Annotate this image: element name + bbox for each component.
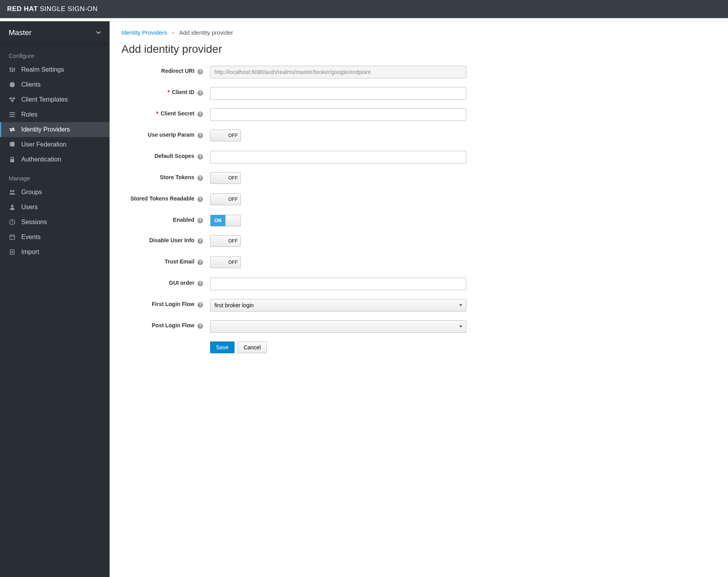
breadcrumb: Identity Providers » Add identity provid… <box>121 29 716 36</box>
list-icon <box>9 111 16 118</box>
sidebar-item-authentication[interactable]: Authentication <box>0 152 110 167</box>
label-client-secret: * Client Secret ? <box>121 108 210 117</box>
sidebar-item-label: Roles <box>21 111 37 118</box>
svg-point-11 <box>10 190 12 192</box>
gui-order-input[interactable] <box>210 278 466 290</box>
sidebar-item-roles[interactable]: Roles <box>0 107 110 122</box>
label-client-id: * Client ID ? <box>121 87 210 96</box>
label-store-tokens: Store Tokens ? <box>121 172 210 181</box>
enabled-toggle[interactable]: ON <box>210 215 241 226</box>
users-icon <box>9 189 16 196</box>
help-icon[interactable]: ? <box>197 281 203 286</box>
nav-section-manage: Manage <box>0 167 110 185</box>
store-tokens-toggle[interactable]: OFF <box>210 172 241 184</box>
database-icon <box>9 141 16 148</box>
svg-point-13 <box>11 205 13 207</box>
svg-rect-8 <box>9 116 15 117</box>
sidebar-item-label: Sessions <box>21 219 47 226</box>
cancel-button[interactable]: Cancel <box>238 341 267 353</box>
calendar-icon <box>9 234 16 241</box>
sidebar-item-client-templates[interactable]: Client Templates <box>0 92 110 107</box>
svg-rect-7 <box>9 114 15 115</box>
disable-user-info-toggle[interactable]: OFF <box>210 235 241 247</box>
sidebar-item-users[interactable]: Users <box>0 200 110 215</box>
help-icon[interactable]: ? <box>197 302 203 308</box>
svg-point-5 <box>13 69 15 70</box>
default-scopes-input[interactable] <box>210 151 466 163</box>
realm-selector[interactable]: Master <box>0 21 110 45</box>
sidebar-item-clients[interactable]: Clients <box>0 77 110 92</box>
brand-thin: SINGLE SIGN-ON <box>40 5 98 13</box>
sidebar-item-label: Identity Providers <box>21 126 70 133</box>
sidebar-item-sessions[interactable]: Sessions <box>0 215 110 230</box>
svg-rect-15 <box>10 235 15 239</box>
sidebar-item-label: Realm Settings <box>21 66 64 73</box>
exchange-icon <box>9 126 16 133</box>
client-secret-input[interactable] <box>210 108 466 121</box>
label-default-scopes: Default Scopes ? <box>121 151 210 160</box>
sidebar: Master Configure Realm Settings Clients … <box>0 21 110 577</box>
help-icon[interactable]: ? <box>197 197 203 202</box>
svg-point-4 <box>11 70 13 72</box>
client-id-input[interactable] <box>210 87 466 100</box>
save-button[interactable]: Save <box>210 341 235 353</box>
sidebar-item-label: Import <box>21 249 39 256</box>
label-trust-email: Trust Email ? <box>121 256 210 265</box>
post-login-flow-select[interactable] <box>210 320 466 333</box>
sidebar-item-events[interactable]: Events <box>0 230 110 245</box>
help-icon[interactable]: ? <box>197 90 203 96</box>
import-icon <box>9 249 16 256</box>
user-icon <box>9 204 16 211</box>
help-icon[interactable]: ? <box>197 323 203 329</box>
label-gui-order: GUI order ? <box>121 278 210 286</box>
svg-point-12 <box>13 190 15 192</box>
help-icon[interactable]: ? <box>197 175 203 181</box>
brand-bold: RED HAT <box>7 5 38 13</box>
sidebar-item-import[interactable]: Import <box>0 245 110 260</box>
help-icon[interactable]: ? <box>197 111 203 117</box>
lock-icon <box>9 156 16 163</box>
use-userip-toggle[interactable]: OFF <box>210 130 241 141</box>
sidebar-item-label: Groups <box>21 189 42 196</box>
label-use-userip: Use userIp Param ? <box>121 130 210 138</box>
cubes-icon <box>9 96 16 103</box>
stored-tokens-readable-toggle[interactable]: OFF <box>210 193 241 205</box>
cube-icon <box>9 81 16 88</box>
breadcrumb-current: Add identity provider <box>179 29 233 36</box>
svg-point-3 <box>9 68 11 69</box>
label-stored-tokens-readable: Stored Tokens Readable ? <box>121 193 210 202</box>
breadcrumb-parent[interactable]: Identity Providers <box>121 29 167 36</box>
sidebar-item-groups[interactable]: Groups <box>0 185 110 200</box>
chevron-down-icon <box>96 30 101 35</box>
help-icon[interactable]: ? <box>197 154 203 160</box>
label-redirect-uri: Redirect URI ? <box>121 66 210 74</box>
sidebar-item-realm-settings[interactable]: Realm Settings <box>0 62 110 77</box>
sidebar-item-label: Clients <box>21 81 41 88</box>
svg-rect-10 <box>10 159 14 162</box>
label-first-login-flow: First Login Flow ? <box>121 299 210 308</box>
help-icon[interactable]: ? <box>197 260 203 265</box>
sidebar-item-label: Events <box>21 234 41 241</box>
help-icon[interactable]: ? <box>197 69 203 74</box>
trust-email-toggle[interactable]: OFF <box>210 256 241 268</box>
redirect-uri-input[interactable] <box>210 66 466 78</box>
help-icon[interactable]: ? <box>197 238 203 244</box>
main-content: Identity Providers » Add identity provid… <box>110 21 728 577</box>
help-icon[interactable]: ? <box>197 218 203 223</box>
svg-rect-6 <box>9 112 15 113</box>
sidebar-item-label: User Federation <box>21 141 67 148</box>
first-login-flow-select[interactable]: first broker login <box>210 299 466 312</box>
sliders-icon <box>9 66 16 73</box>
topbar-divider <box>0 18 728 21</box>
chevron-right-icon: » <box>172 30 175 35</box>
help-icon[interactable]: ? <box>197 133 203 138</box>
nav-section-configure: Configure <box>0 45 110 62</box>
sidebar-item-user-federation[interactable]: User Federation <box>0 137 110 152</box>
realm-name: Master <box>9 28 32 37</box>
page-title: Add identity provider <box>121 43 716 56</box>
label-disable-user-info: Disable User Info ? <box>121 235 210 244</box>
clock-icon <box>9 219 16 226</box>
brand: RED HAT SINGLE SIGN-ON <box>7 5 98 13</box>
sidebar-item-identity-providers[interactable]: Identity Providers <box>0 122 110 137</box>
sidebar-item-label: Users <box>21 204 38 211</box>
